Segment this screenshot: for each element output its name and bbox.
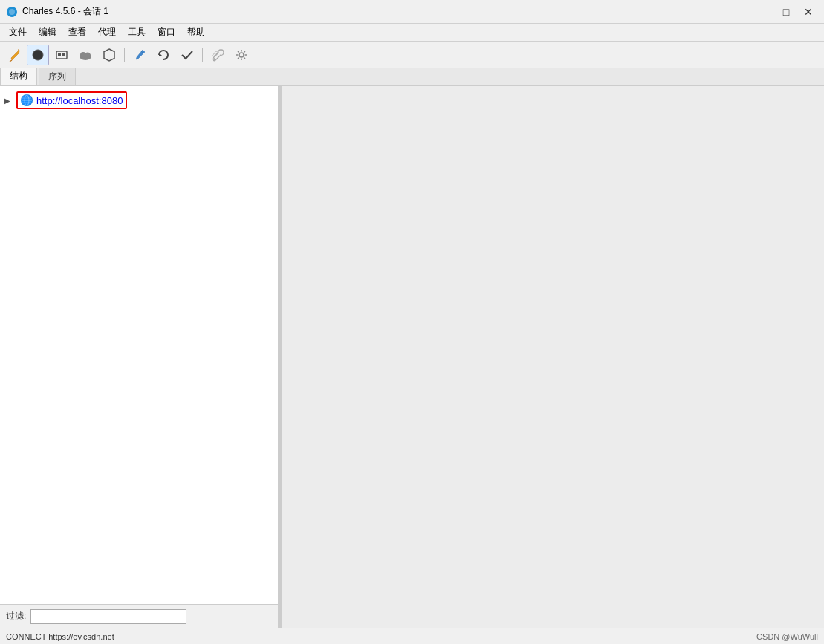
minimize-button[interactable]: — <box>754 2 773 22</box>
check-icon <box>180 48 195 62</box>
throttle-button[interactable] <box>51 45 73 65</box>
record-icon <box>30 48 45 62</box>
tab-sequence[interactable]: 序列 <box>39 68 76 85</box>
menu-tools[interactable]: 工具 <box>122 25 152 40</box>
tab-bar: 结构 序列 <box>0 68 824 86</box>
globe-icon <box>21 94 33 106</box>
title-bar-left: Charles 4.5.6 - 会话 1 <box>6 5 108 18</box>
check-button[interactable] <box>176 45 198 65</box>
svg-point-13 <box>213 58 215 60</box>
toolbar <box>0 42 824 68</box>
tree-area: ▶ http://localhost:8080 <box>0 86 278 604</box>
menu-proxy[interactable]: 代理 <box>92 25 122 40</box>
filter-input[interactable] <box>30 609 186 624</box>
feather-button[interactable] <box>3 45 25 65</box>
split-layout: ▶ http://localhost:8080 <box>0 86 824 628</box>
tree-label-localhost: http://localhost:8080 <box>36 95 123 106</box>
left-panel: ▶ http://localhost:8080 <box>0 86 279 628</box>
edit-button[interactable] <box>129 45 151 65</box>
refresh-icon <box>156 48 171 62</box>
menu-help[interactable]: 帮助 <box>181 25 211 40</box>
record-button[interactable] <box>27 45 49 65</box>
status-right: CSDN @WuWull <box>756 632 818 641</box>
menu-edit[interactable]: 编辑 <box>33 25 62 40</box>
tools-icon <box>210 48 225 62</box>
menu-window[interactable]: 窗口 <box>152 25 181 40</box>
tab-structure[interactable]: 结构 <box>0 68 37 85</box>
svg-point-3 <box>33 50 43 60</box>
menu-view[interactable]: 查看 <box>62 25 92 40</box>
app-icon <box>6 6 18 18</box>
right-panel <box>282 86 824 628</box>
stop-icon <box>102 48 117 62</box>
svg-line-22 <box>238 57 239 59</box>
menu-file[interactable]: 文件 <box>3 25 33 40</box>
toolbar-separator-1 <box>124 48 125 62</box>
svg-rect-6 <box>62 53 65 56</box>
tree-item-localhost[interactable]: ▶ http://localhost:8080 <box>0 89 278 111</box>
close-button[interactable]: ✕ <box>799 2 818 22</box>
cloud-button[interactable] <box>74 45 97 65</box>
status-left: CONNECT https://ev.csdn.net <box>6 632 114 641</box>
throttle-icon <box>54 48 69 62</box>
expand-icon: ▶ <box>4 97 13 105</box>
svg-line-21 <box>244 51 245 53</box>
svg-rect-5 <box>58 53 61 56</box>
status-bar: CONNECT https://ev.csdn.net CSDN @WuWull <box>0 628 824 644</box>
cloud-icon <box>77 48 94 62</box>
svg-line-19 <box>238 51 239 53</box>
settings-button[interactable] <box>230 45 253 65</box>
filter-label: 过滤: <box>6 610 26 622</box>
window-title: Charles 4.5.6 - 会话 1 <box>22 5 108 18</box>
feather-icon <box>7 48 22 62</box>
maximize-button[interactable]: □ <box>776 2 796 22</box>
svg-line-20 <box>244 57 245 59</box>
edit-icon <box>132 48 147 62</box>
refresh-button[interactable] <box>152 45 175 65</box>
svg-line-2 <box>10 60 12 62</box>
tree-item-highlighted: http://localhost:8080 <box>16 91 127 109</box>
window-controls: — □ ✕ <box>754 2 818 22</box>
stop-button[interactable] <box>98 45 120 65</box>
svg-point-9 <box>85 52 91 57</box>
tools-button[interactable] <box>207 45 229 65</box>
title-bar: Charles 4.5.6 - 会话 1 — □ ✕ <box>0 0 824 24</box>
main-content: 结构 序列 ▶ <box>0 68 824 628</box>
svg-marker-10 <box>104 49 114 61</box>
menu-bar: 文件 编辑 查看 代理 工具 窗口 帮助 <box>0 24 824 42</box>
settings-icon <box>234 48 249 62</box>
toolbar-separator-2 <box>202 48 203 62</box>
svg-point-1 <box>9 9 15 15</box>
filter-bar: 过滤: <box>0 604 278 628</box>
svg-point-14 <box>239 53 244 57</box>
